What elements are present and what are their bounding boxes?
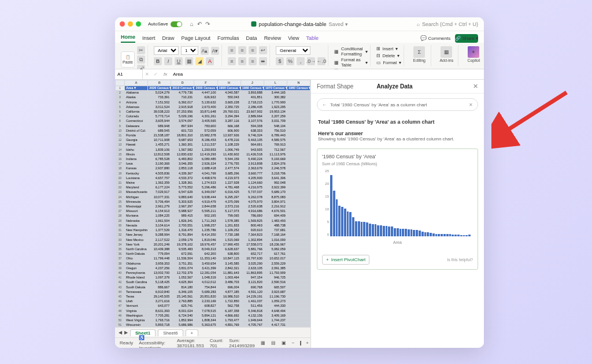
font-color-icon[interactable]: A <box>206 57 214 65</box>
sheet-nav-prev-icon[interactable]: ◀ <box>119 330 122 335</box>
decimal-dec-icon[interactable]: ←.0 <box>317 57 325 65</box>
tab-data[interactable]: Data <box>246 34 257 43</box>
sheet-nav-next-icon[interactable]: ▶ <box>124 330 128 335</box>
answer-heading: Here's our answer <box>311 131 484 136</box>
format-cells-button[interactable]: ▭ Format ▾ <box>376 60 402 65</box>
align-left-icon[interactable]: ≡ <box>228 57 236 65</box>
enter-formula-icon[interactable]: ✓ <box>151 72 160 77</box>
formula-input[interactable]: Area <box>171 72 484 77</box>
format-as-table-button[interactable]: ▦ Format as Table ▾ <box>334 57 368 68</box>
decrease-font-icon[interactable]: A▾ <box>211 47 219 55</box>
undo-icon[interactable]: ↶ <box>197 21 202 27</box>
pane-tab-format-shape[interactable]: Format Shape <box>317 83 353 90</box>
accessibility-status[interactable]: ♿ Accessibility: Investigate <box>139 335 165 348</box>
paste-button[interactable]: 📋Paste <box>121 51 135 68</box>
copilot-group: ✦Copilot <box>462 45 484 66</box>
editing-group: ΣEditing <box>408 45 431 66</box>
increase-font-icon[interactable]: A▴ <box>201 47 209 55</box>
font-select[interactable]: Arial <box>154 46 179 55</box>
currency-icon[interactable]: $ <box>276 57 284 65</box>
comments-button[interactable]: 💬 Comments <box>420 34 450 43</box>
insert-pivotchart-button[interactable]: + Insert PivotChart <box>322 255 369 265</box>
chart-xlabel: Area <box>322 240 473 244</box>
italic-icon[interactable]: I <box>164 57 172 65</box>
tab-insert[interactable]: Insert <box>142 34 156 43</box>
view-break-icon[interactable]: ▣ <box>282 340 286 346</box>
view-page-icon[interactable]: ▤ <box>271 340 276 346</box>
back-icon[interactable]: ← <box>322 102 327 107</box>
align-top-icon[interactable]: ≡ <box>228 46 236 54</box>
zoom-icon[interactable] <box>136 21 141 27</box>
status-ready: Ready <box>120 340 133 346</box>
close-icon[interactable] <box>120 21 125 27</box>
insert-cells-button[interactable]: ⊞ Insert ▾ <box>376 46 402 51</box>
formula-bar: A1 ✕ ✓ fx Area <box>115 69 484 80</box>
chart-subtitle: Sum of 1980 Census (Millions) <box>322 162 473 166</box>
sheet-add-button[interactable]: + <box>186 329 199 336</box>
underline-icon[interactable]: U <box>175 57 183 65</box>
bold-icon[interactable]: B <box>154 57 162 65</box>
tab-table[interactable]: Table <box>306 34 319 43</box>
window-controls[interactable] <box>120 21 141 27</box>
cancel-formula-icon[interactable]: ✕ <box>143 72 151 77</box>
cells-group: ⊞ Insert ▾ ⊟ Delete ▾ ▭ Format ▾ <box>374 45 405 66</box>
status-count: Count: 701 <box>210 338 224 348</box>
ribbon: 📋Paste ✂ ⧉ 🖌 Arial 10 A▴ A▾ B I U ▦ ◢ <box>115 43 484 69</box>
number-format-select[interactable]: General <box>276 46 310 55</box>
clear-query-icon[interactable]: ✕ <box>469 102 473 107</box>
save-icon[interactable]: ⌂ <box>190 21 194 27</box>
app-window: AutoSave ⌂ ↶ ↷ population-change-data-ta… <box>115 17 484 348</box>
copy-icon[interactable]: ⧉ <box>137 55 145 64</box>
query-pill[interactable]: ← Total '1980 Census' by 'Area' as a col… <box>317 98 478 111</box>
feedback-prompt[interactable]: Is this helpful? <box>447 258 473 262</box>
decimal-inc-icon[interactable]: .0→ <box>307 57 315 65</box>
fill-color-icon[interactable]: ◢ <box>195 57 204 65</box>
editing-button[interactable]: ΣEditing <box>410 46 428 62</box>
worksheet-grid[interactable]: ABDFHJLN1Area ▾2020 Census ▾2010 Census … <box>115 80 310 327</box>
tab-formulas[interactable]: Formulas <box>217 34 239 43</box>
autosave-toggle[interactable]: AutoSave <box>148 21 182 27</box>
pane-close-icon[interactable]: ✕ <box>473 83 478 90</box>
border-icon[interactable]: ▦ <box>185 57 193 65</box>
align-middle-icon[interactable]: ≡ <box>238 46 246 54</box>
tab-view[interactable]: View <box>288 34 299 43</box>
font-size-select[interactable]: 10 <box>181 46 198 55</box>
fx-icon[interactable]: fx <box>160 72 171 77</box>
pane-tab-analyze-data[interactable]: Analyze Data <box>376 83 412 90</box>
toggle-icon[interactable] <box>171 21 182 27</box>
copilot-button[interactable]: ✦Copilot <box>464 46 483 62</box>
alignment-group: ≡ ≡ ≡ ↩ ≡ ≡ ≡ ⬌ <box>225 45 270 66</box>
tab-page-layout[interactable]: Page Layout <box>182 34 211 43</box>
tab-review[interactable]: Review <box>264 34 282 43</box>
ribbon-tabs: Home Insert Draw Page Layout Formulas Da… <box>115 31 484 43</box>
number-group: General $ % , .0→ ←.0 <box>273 45 328 66</box>
document-title[interactable]: population-change-data-table Saved ▾ <box>251 21 347 27</box>
minimize-icon[interactable] <box>128 21 133 27</box>
delete-cells-button[interactable]: ⊟ Delete ▾ <box>376 53 402 58</box>
merge-icon[interactable]: ⬌ <box>259 57 267 65</box>
view-normal-icon[interactable]: ▦ <box>261 340 265 346</box>
align-right-icon[interactable]: ≡ <box>249 57 257 65</box>
tab-draw[interactable]: Draw <box>162 34 175 43</box>
cut-icon[interactable]: ✂ <box>137 46 145 54</box>
addins-button[interactable]: ▦Add-ins <box>437 46 456 62</box>
redo-icon[interactable]: ↷ <box>205 21 210 27</box>
annotation-arrow-icon <box>491 87 572 150</box>
search-box[interactable]: ⌕ Search (Cmd + Ctrl + U) <box>417 21 478 27</box>
zoom-in-icon[interactable]: + <box>306 340 309 346</box>
comma-icon[interactable]: , <box>297 57 305 65</box>
query-text: Total '1980 Census' by 'Area' as a colum… <box>330 102 427 107</box>
align-bottom-icon[interactable]: ≡ <box>249 46 257 54</box>
share-button[interactable]: 🔗 Share ▾ <box>455 34 478 43</box>
name-box[interactable]: A1 <box>115 69 143 79</box>
status-sum: Sum: 2414993289 <box>229 338 254 348</box>
tab-home[interactable]: Home <box>121 32 135 43</box>
query-echo: Total '1980 Census' by 'Area' as a colum… <box>311 119 484 125</box>
wrap-text-icon[interactable]: ↩ <box>259 46 267 54</box>
zoom-out-icon[interactable]: − <box>292 340 295 346</box>
percent-icon[interactable]: % <box>286 57 294 65</box>
align-center-icon[interactable]: ≡ <box>238 57 246 65</box>
save-state-label: Saved ▾ <box>329 21 348 27</box>
chart-title: '1980 Census' by 'Area' <box>322 154 473 159</box>
conditional-formatting-button[interactable]: ▦ Conditional Formatting ▾ <box>334 46 368 57</box>
